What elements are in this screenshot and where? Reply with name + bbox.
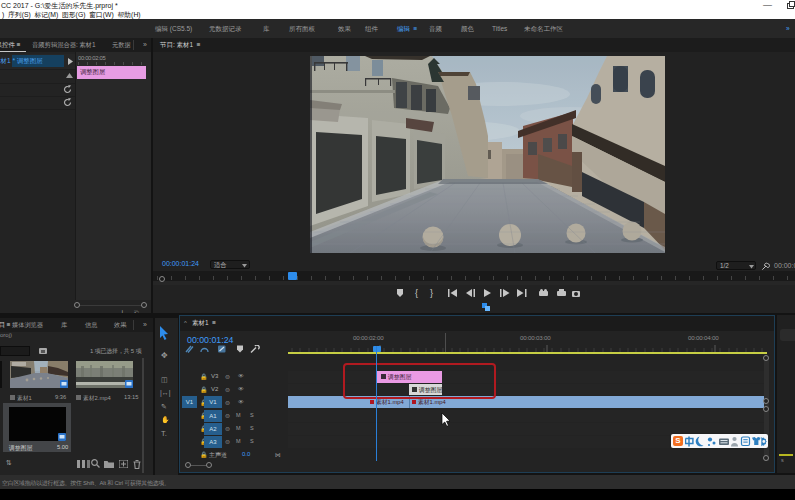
svg-text:{: { [415, 288, 418, 298]
svg-text:}: } [430, 288, 433, 298]
